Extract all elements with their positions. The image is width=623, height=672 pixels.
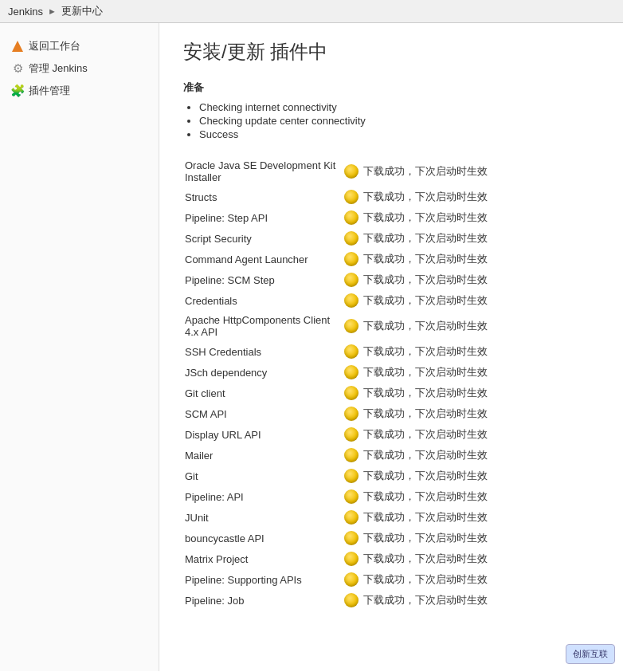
sidebar-back-label: 返回工作台 <box>29 39 80 53</box>
prep-checklist: Checking internet connectivity Checking … <box>183 101 599 140</box>
plugin-row: Display URL API下载成功，下次启动时生效 <box>183 424 599 445</box>
plugin-name: JUnit <box>183 507 343 528</box>
status-text: 下载成功，下次启动时生效 <box>363 252 488 266</box>
plugin-name: Matrix Project <box>183 548 343 569</box>
status-text: 下载成功，下次启动时生效 <box>363 365 488 379</box>
plugin-name: Mailer <box>183 445 343 466</box>
breadcrumb-current: 更新中心 <box>61 4 103 18</box>
plugin-name: SCM API <box>183 403 343 424</box>
status-ball-icon <box>344 293 359 308</box>
status-ball-icon <box>344 252 359 266</box>
status-text: 下载成功，下次启动时生效 <box>363 593 488 607</box>
status-text: 下载成功，下次启动时生效 <box>363 510 488 525</box>
plugin-status: 下载成功，下次启动时生效 <box>343 228 599 249</box>
plugin-row: Command Agent Launcher下载成功，下次启动时生效 <box>183 249 599 269</box>
plugin-row: JUnit下载成功，下次启动时生效 <box>183 507 599 528</box>
status-ball-icon <box>344 344 359 359</box>
main-content: 安装/更新 插件中 准备 Checking internet connectiv… <box>159 23 623 671</box>
plugin-row: Matrix Project下载成功，下次启动时生效 <box>183 548 599 569</box>
sidebar: 返回工作台 ⚙ 管理 Jenkins 🧩 插件管理 <box>0 23 159 671</box>
prep-item-2: Success <box>199 128 599 140</box>
up-arrow-icon <box>11 40 24 53</box>
plugin-name: Pipeline: Supporting APIs <box>183 569 343 590</box>
plugin-status: 下载成功，下次启动时生效 <box>343 445 599 466</box>
status-text: 下载成功，下次启动时生效 <box>363 448 488 462</box>
status-ball-icon <box>344 386 359 400</box>
plugin-name: SSH Credentials <box>183 341 343 362</box>
status-text: 下载成功，下次启动时生效 <box>363 552 488 566</box>
plugin-status: 下载成功，下次启动时生效 <box>343 207 599 228</box>
watermark: 创新互联 <box>566 644 615 664</box>
status-ball-icon <box>344 190 359 204</box>
status-ball-icon <box>344 164 359 179</box>
sidebar-plugin-label: 插件管理 <box>29 84 70 98</box>
plugin-row: Apache HttpComponents Client 4.x API下载成功… <box>183 311 599 341</box>
prep-item-1: Checking update center connectivity <box>199 115 599 127</box>
plugin-name: Oracle Java SE Development Kit Installer <box>183 156 343 187</box>
plugin-row: Pipeline: SCM Step下载成功，下次启动时生效 <box>183 269 599 290</box>
status-text: 下载成功，下次启动时生效 <box>363 427 488 442</box>
breadcrumb: Jenkins ► 更新中心 <box>0 0 623 23</box>
plugin-name: bouncycastle API <box>183 528 343 548</box>
plugin-status: 下载成功，下次启动时生效 <box>343 466 599 486</box>
page-title: 安装/更新 插件中 <box>183 39 599 65</box>
plugin-name: Display URL API <box>183 424 343 445</box>
plugin-status: 下载成功，下次启动时生效 <box>343 362 599 383</box>
sidebar-item-back-workspace[interactable]: 返回工作台 <box>8 35 151 57</box>
plugin-status: 下载成功，下次启动时生效 <box>343 424 599 445</box>
plugin-name: Credentials <box>183 290 343 311</box>
prep-section: 准备 Checking internet connectivity Checki… <box>183 81 599 140</box>
plugin-status: 下载成功，下次启动时生效 <box>343 290 599 311</box>
status-ball-icon <box>344 469 359 483</box>
plugin-name: Command Agent Launcher <box>183 249 343 269</box>
breadcrumb-jenkins-link[interactable]: Jenkins <box>8 6 43 18</box>
plugin-status: 下载成功，下次启动时生效 <box>343 528 599 548</box>
plugin-row: Structs下载成功，下次启动时生效 <box>183 187 599 207</box>
status-ball-icon <box>344 365 359 379</box>
plugin-status: 下载成功，下次启动时生效 <box>343 156 599 187</box>
plugin-row: Mailer下载成功，下次启动时生效 <box>183 445 599 466</box>
plugin-name: Pipeline: Step API <box>183 207 343 228</box>
plugin-status: 下载成功，下次启动时生效 <box>343 249 599 269</box>
status-ball-icon <box>344 510 359 525</box>
status-ball-icon <box>344 427 359 442</box>
sidebar-item-manage-jenkins[interactable]: ⚙ 管理 Jenkins <box>8 57 151 80</box>
plugin-status: 下载成功，下次启动时生效 <box>343 507 599 528</box>
plugin-status: 下载成功，下次启动时生效 <box>343 341 599 362</box>
plugin-name: Git client <box>183 383 343 403</box>
gear-icon: ⚙ <box>11 62 24 75</box>
sidebar-manage-label: 管理 Jenkins <box>29 61 88 76</box>
status-text: 下载成功，下次启动时生效 <box>363 386 488 400</box>
plugin-status: 下载成功，下次启动时生效 <box>343 383 599 403</box>
plugin-row: Pipeline: Step API下载成功，下次启动时生效 <box>183 207 599 228</box>
plugin-name: Git <box>183 466 343 486</box>
plugin-table: Oracle Java SE Development Kit Installer… <box>183 156 599 611</box>
plugin-row: Git下载成功，下次启动时生效 <box>183 466 599 486</box>
status-ball-icon <box>344 552 359 566</box>
puzzle-icon: 🧩 <box>11 84 24 97</box>
status-text: 下载成功，下次启动时生效 <box>363 293 488 308</box>
plugin-name: Script Security <box>183 228 343 249</box>
plugin-name: Pipeline: SCM Step <box>183 269 343 290</box>
plugin-name: Pipeline: Job <box>183 590 343 611</box>
status-ball-icon <box>344 448 359 462</box>
plugin-status: 下载成功，下次启动时生效 <box>343 403 599 424</box>
plugin-status: 下载成功，下次启动时生效 <box>343 187 599 207</box>
plugin-row: Git client下载成功，下次启动时生效 <box>183 383 599 403</box>
status-text: 下载成功，下次启动时生效 <box>363 531 488 545</box>
plugin-row: Pipeline: Job下载成功，下次启动时生效 <box>183 590 599 611</box>
plugin-status: 下载成功，下次启动时生效 <box>343 569 599 590</box>
status-ball-icon <box>344 210 359 225</box>
plugin-status: 下载成功，下次启动时生效 <box>343 269 599 290</box>
plugin-status: 下载成功，下次启动时生效 <box>343 590 599 611</box>
status-text: 下载成功，下次启动时生效 <box>363 231 488 246</box>
plugin-name: Structs <box>183 187 343 207</box>
breadcrumb-separator: ► <box>48 6 57 16</box>
status-text: 下载成功，下次启动时生效 <box>363 319 488 333</box>
status-ball-icon <box>344 593 359 607</box>
sidebar-item-plugin-manager[interactable]: 🧩 插件管理 <box>8 80 151 102</box>
status-ball-icon <box>344 531 359 545</box>
status-text: 下载成功，下次启动时生效 <box>363 489 488 504</box>
plugin-row: Oracle Java SE Development Kit Installer… <box>183 156 599 187</box>
prep-item-0: Checking internet connectivity <box>199 101 599 113</box>
